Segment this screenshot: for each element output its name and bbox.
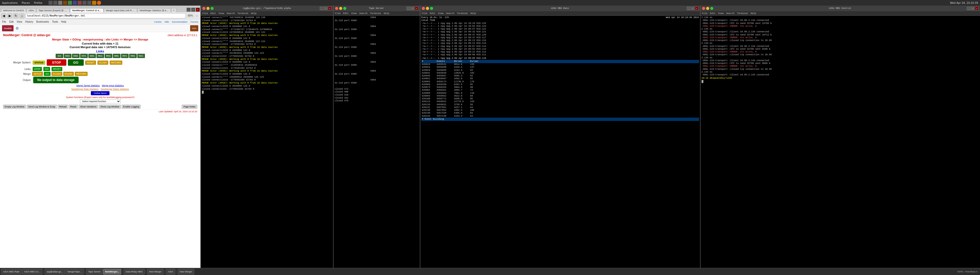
merge-setup-btn[interactable]: SETUP bbox=[32, 72, 43, 76]
merge-return-btn[interactable]: RETURN bbox=[75, 72, 88, 76]
links-reset-btn[interactable]: RESET bbox=[52, 67, 62, 71]
taskbar-btn-4[interactable]: Tape Server bbox=[86, 269, 103, 275]
topbar-icon-9[interactable] bbox=[87, 1, 91, 5]
taskbar-btn-5[interactable]: NewMerger... bbox=[103, 269, 121, 275]
ctrl-wm-3[interactable]: × bbox=[975, 6, 978, 10]
topbar-icon-7[interactable] bbox=[78, 1, 82, 5]
tape-menu-terminal[interactable]: Terminal bbox=[370, 12, 381, 15]
link-box-4[interactable]: 5491 bbox=[88, 54, 96, 58]
flush-button[interactable]: FLUSH bbox=[97, 61, 108, 65]
link-box-0[interactable]: 314 bbox=[56, 54, 63, 58]
topbar-icon-2[interactable] bbox=[53, 1, 57, 5]
tape-maximize-btn[interactable] bbox=[343, 7, 346, 10]
browser-minimize[interactable]: _ bbox=[186, 8, 191, 12]
ctrl-wm-2[interactable]: □ bbox=[971, 6, 974, 10]
tab-tape-service[interactable]: Tape Service (Expert) @ aids... bbox=[37, 8, 70, 12]
link-box-7[interactable]: 5551 bbox=[113, 54, 121, 58]
empty-log-btn[interactable]: Empty Log Window bbox=[3, 105, 26, 109]
url-bar[interactable] bbox=[25, 13, 186, 18]
term-close-btn[interactable] bbox=[202, 7, 205, 10]
select-function[interactable]: Select required function bbox=[80, 99, 121, 103]
menu-history[interactable]: History bbox=[25, 21, 33, 23]
newmerger-rates-link[interactable]: NewMerger Rates Statistics bbox=[100, 88, 129, 90]
ctrl-menu-terminal[interactable]: Terminal bbox=[737, 12, 748, 15]
forward-button[interactable]: ▶ bbox=[7, 13, 12, 18]
term-maximize-btn[interactable] bbox=[210, 7, 213, 10]
term-minimize-btn[interactable] bbox=[207, 7, 210, 10]
topbar-icon-8[interactable] bbox=[83, 1, 86, 5]
taskbar-btn-2[interactable]: rpg@aidas-gs... bbox=[45, 269, 65, 275]
topbar-places[interactable]: Places bbox=[22, 2, 30, 4]
tape-menu-help[interactable]: Help bbox=[383, 12, 389, 15]
topbar-icon-3[interactable] bbox=[58, 1, 62, 5]
topbar-icon-10[interactable] bbox=[92, 1, 96, 5]
term-menu-help[interactable]: Help bbox=[251, 12, 256, 15]
taskbar-btn-6[interactable]: Data Relay MBS bbox=[124, 269, 145, 275]
show-log-btn[interactable]: Show Log Window bbox=[99, 105, 121, 109]
merge-flush-btn[interactable]: FLUSH bbox=[52, 72, 62, 76]
topbar-firefox[interactable]: Firefox bbox=[34, 2, 42, 4]
tape-wm-2[interactable]: □ bbox=[410, 6, 414, 10]
ctrl-menu-search[interactable]: Search bbox=[726, 12, 734, 15]
tab-newmerger-control[interactable]: NewMerger: Control @ aids... bbox=[70, 8, 103, 12]
taskbar-btn-9[interactable]: New Merger bbox=[178, 269, 194, 275]
taskbar-btn-8[interactable]: AIDA bbox=[166, 269, 175, 275]
go-button[interactable]: GO bbox=[68, 59, 84, 66]
ctrl-menu-edit[interactable]: Edit bbox=[710, 12, 716, 15]
merge-pause-btn[interactable]: PAUSE bbox=[63, 72, 74, 76]
tab-merger-input[interactable]: Merger Input Data Link Ratio: ... bbox=[104, 8, 137, 12]
tab-newmerger-stats[interactable]: NewMerger Statistics @ aids... bbox=[138, 8, 171, 12]
taskbar-btn-3[interactable]: MergerTape... bbox=[65, 269, 84, 275]
tape-wm-1[interactable]: _ bbox=[407, 6, 410, 10]
taskbar-btn-1[interactable]: AIDA MBS Co... bbox=[22, 269, 42, 275]
stop-button[interactable]: STOP bbox=[47, 59, 66, 66]
wm-btn-2[interactable]: □ bbox=[324, 6, 328, 10]
menu-view[interactable]: View bbox=[17, 21, 22, 23]
tape-menu-file[interactable]: File bbox=[335, 12, 341, 15]
ctrl-maximize-btn[interactable] bbox=[710, 7, 713, 10]
rate-menu-edit[interactable]: Edit bbox=[430, 12, 436, 15]
link-box-6[interactable]: 5531 bbox=[105, 54, 112, 58]
tape-close-btn[interactable] bbox=[335, 7, 338, 10]
term-menu-search[interactable]: Search bbox=[227, 12, 235, 15]
links-go-btn[interactable]: GO bbox=[43, 67, 50, 71]
wm-btn-1[interactable]: _ bbox=[320, 6, 323, 10]
reset-page-btn[interactable]: Reset bbox=[68, 105, 78, 109]
link-box-2[interactable]: 5451 bbox=[72, 54, 80, 58]
reset-button[interactable]: RESET bbox=[85, 61, 96, 65]
link-box-9[interactable]: 5591 bbox=[129, 54, 137, 58]
tape-menu-search[interactable]: Search bbox=[360, 12, 368, 15]
tab-aida[interactable]: AIDA bbox=[27, 8, 36, 12]
home-button[interactable]: ⌂ bbox=[19, 13, 24, 18]
link-box-3[interactable]: 5471 bbox=[80, 54, 88, 58]
tape-menu-view[interactable]: View bbox=[351, 12, 357, 15]
term-menu-view[interactable]: View bbox=[218, 12, 224, 15]
rate-menu-search[interactable]: Search bbox=[446, 12, 454, 15]
term-menu-edit[interactable]: Edit bbox=[210, 12, 216, 15]
ctrl-minimize-btn[interactable] bbox=[706, 7, 709, 10]
rate-minimize-btn[interactable] bbox=[426, 7, 429, 10]
send-log-btn[interactable]: Send Log Window to Ecap bbox=[27, 105, 57, 109]
taskbar-btn-7[interactable]: New Merger bbox=[147, 269, 164, 275]
ctrl-close-btn[interactable] bbox=[702, 7, 705, 10]
ctrl-wm-1[interactable]: _ bbox=[967, 6, 970, 10]
rate-maximize-btn[interactable] bbox=[430, 7, 433, 10]
tab-centos[interactable]: Welcome to CentOS bbox=[1, 8, 26, 12]
term-menu-terminal[interactable]: Terminal bbox=[237, 12, 248, 15]
back-button[interactable]: ◀ bbox=[1, 13, 6, 18]
rate-close-btn[interactable] bbox=[422, 7, 425, 10]
topbar-icon-5[interactable] bbox=[68, 1, 72, 5]
browser-maximize[interactable]: □ bbox=[191, 8, 195, 12]
bookmark-icon[interactable]: ☆ bbox=[195, 14, 199, 18]
status-button[interactable]: STATUS bbox=[33, 61, 45, 65]
menu-help[interactable]: Help bbox=[61, 21, 66, 23]
nav-wiki[interactable]: Wiki bbox=[165, 21, 169, 23]
menu-tools[interactable]: Tools bbox=[52, 21, 58, 23]
topbar-applications[interactable]: Applications bbox=[2, 2, 18, 4]
menu-bookmarks[interactable]: Bookmarks bbox=[36, 21, 49, 23]
ctrl-menu-file[interactable]: File bbox=[702, 12, 708, 15]
rate-wm-1[interactable]: _ bbox=[687, 6, 690, 10]
newmerger-rate-link[interactable]: NewMerger Rate Statistics bbox=[72, 88, 99, 90]
rate-menu-file[interactable]: File bbox=[422, 12, 428, 15]
nav-centos[interactable]: Centos bbox=[154, 21, 162, 23]
